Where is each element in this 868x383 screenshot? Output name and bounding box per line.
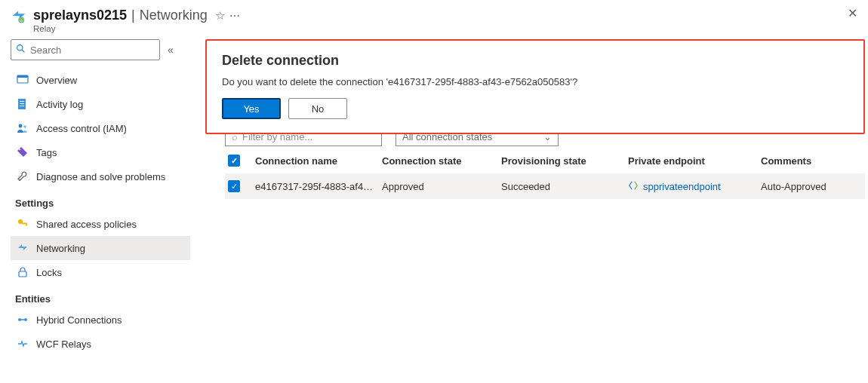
close-blade-button[interactable]: ✕	[848, 6, 857, 20]
row-checkbox[interactable]: ✓	[228, 180, 240, 192]
svg-point-9	[19, 124, 23, 128]
cell-provisioning-state: Succeeded	[501, 181, 622, 192]
nav-wcf-relays[interactable]: WCF Relays	[11, 332, 190, 356]
nav-label: Locks	[36, 267, 62, 278]
svg-point-0	[19, 17, 24, 23]
collapse-sidebar-icon[interactable]: «	[165, 41, 177, 59]
wrench-icon	[17, 170, 29, 182]
nav-locks[interactable]: Locks	[11, 260, 190, 284]
svg-rect-6	[20, 101, 24, 102]
svg-rect-7	[20, 103, 24, 104]
svg-rect-8	[20, 106, 24, 106]
wcf-relays-icon	[17, 338, 29, 350]
nav-label: WCF Relays	[36, 339, 91, 350]
nav-activity-log[interactable]: Activity log	[11, 92, 190, 116]
nav-label: Shared access policies	[36, 219, 137, 230]
col-provisioning-state[interactable]: Provisioning state	[501, 155, 622, 167]
nav-section-entities: Entities	[15, 293, 190, 305]
table-row[interactable]: ✓ e4167317-295f-4883-af4… Approved Succe…	[225, 173, 865, 199]
svg-rect-4	[17, 75, 28, 78]
hybrid-connections-icon	[17, 314, 29, 326]
yes-button[interactable]: Yes	[222, 98, 281, 119]
svg-point-11	[19, 149, 20, 150]
sidebar-search[interactable]	[11, 39, 160, 60]
key-icon	[17, 218, 29, 230]
nav-label: Networking	[36, 243, 85, 254]
col-connection-state[interactable]: Connection state	[382, 155, 495, 167]
overview-icon	[17, 74, 29, 86]
nav-overview[interactable]: Overview	[11, 68, 190, 92]
col-private-endpoint[interactable]: Private endpoint	[628, 155, 755, 167]
svg-rect-15	[19, 271, 26, 277]
relay-resource-icon	[11, 8, 27, 24]
svg-rect-18	[20, 319, 25, 320]
nav-diagnose[interactable]: Diagnose and solve problems	[11, 164, 190, 188]
delete-connection-dialog: Delete connection Do you want to delete …	[205, 39, 865, 134]
col-comments[interactable]: Comments	[761, 155, 862, 167]
cell-connection-state: Approved	[382, 181, 495, 192]
dialog-message: Do you want to delete the connection 'e4…	[222, 76, 848, 87]
cell-comments: Auto-Approved	[761, 181, 862, 192]
cell-private-endpoint-link[interactable]: spprivateendpoint	[643, 181, 721, 192]
dialog-title: Delete connection	[222, 53, 848, 69]
nav-access-control[interactable]: Access control (IAM)	[11, 116, 190, 140]
nav-label: Hybrid Connections	[36, 314, 122, 326]
nav-networking[interactable]: Networking	[11, 236, 190, 260]
nav-tags[interactable]: Tags	[11, 140, 190, 164]
svg-point-10	[23, 125, 26, 128]
nav-section-settings: Settings	[15, 198, 190, 209]
tag-icon	[17, 146, 29, 158]
svg-rect-13	[22, 223, 27, 225]
nav-hybrid-connections[interactable]: Hybrid Connections	[11, 308, 190, 332]
nav-shared-access-policies[interactable]: Shared access policies	[11, 212, 190, 236]
nav-label: Access control (IAM)	[36, 123, 127, 134]
nav-label: Diagnose and solve problems	[36, 171, 165, 182]
col-connection-name[interactable]: Connection name	[255, 155, 376, 167]
activity-log-icon	[17, 98, 29, 110]
no-button[interactable]: No	[288, 98, 347, 119]
search-icon	[16, 44, 26, 56]
svg-rect-14	[26, 225, 27, 226]
svg-point-1	[17, 45, 23, 51]
private-endpoint-icon	[628, 180, 639, 193]
resource-name: sprelayns0215	[33, 8, 127, 23]
cell-connection-name: e4167317-295f-4883-af4…	[255, 181, 376, 192]
connections-table: ✓ Connection name Connection state Provi…	[225, 148, 865, 199]
select-all-checkbox[interactable]: ✓	[228, 155, 240, 167]
networking-icon	[17, 242, 29, 254]
nav-label: Overview	[36, 75, 77, 86]
sidebar-search-input[interactable]	[30, 44, 155, 56]
svg-line-2	[22, 50, 24, 52]
nav-label: Tags	[36, 147, 57, 158]
lock-icon	[17, 266, 29, 278]
nav-label: Activity log	[36, 99, 83, 110]
people-icon	[17, 122, 29, 134]
